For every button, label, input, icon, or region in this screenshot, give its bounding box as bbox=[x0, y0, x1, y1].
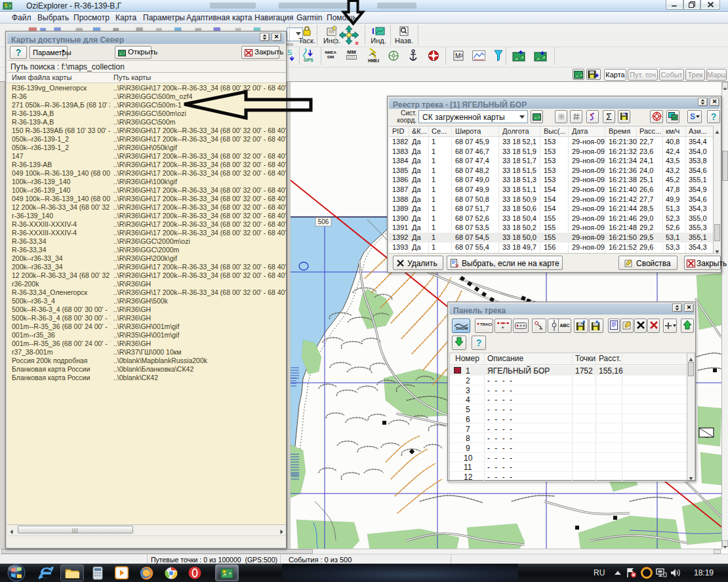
svg-text:TRACK: TRACK bbox=[480, 322, 492, 326]
svg-text:GPS: GPS bbox=[304, 58, 313, 62]
svg-text:+: + bbox=[501, 324, 504, 331]
svg-text:SHOW: SHOW bbox=[456, 326, 468, 330]
svg-text:M²: M² bbox=[455, 52, 463, 60]
svg-text:НМЕА: НМЕА bbox=[368, 58, 379, 63]
svg-text:I: I bbox=[372, 26, 374, 36]
svg-text:506: 506 bbox=[318, 218, 329, 225]
svg-text:S: S bbox=[287, 48, 292, 56]
